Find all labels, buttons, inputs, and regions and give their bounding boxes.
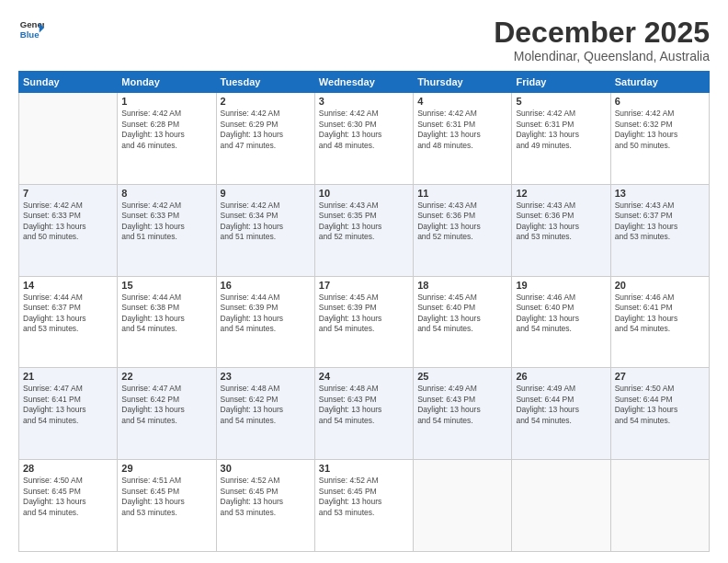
day-info: Sunrise: 4:42 AM Sunset: 6:31 PM Dayligh…: [516, 109, 606, 151]
day-number: 31: [319, 463, 409, 474]
day-info: Sunrise: 4:42 AM Sunset: 6:34 PM Dayligh…: [221, 201, 311, 243]
col-wednesday: Wednesday: [314, 72, 413, 93]
calendar-cell: 12Sunrise: 4:43 AM Sunset: 6:36 PM Dayli…: [512, 184, 610, 276]
day-info: Sunrise: 4:44 AM Sunset: 6:39 PM Dayligh…: [221, 293, 311, 335]
day-number: 8: [121, 188, 211, 199]
day-info: Sunrise: 4:50 AM Sunset: 6:44 PM Dayligh…: [615, 384, 705, 426]
day-number: 25: [417, 371, 507, 382]
logo-icon: General Blue: [18, 17, 44, 42]
calendar-cell: [512, 460, 610, 552]
calendar-cell: 14Sunrise: 4:44 AM Sunset: 6:37 PM Dayli…: [19, 276, 118, 368]
day-info: Sunrise: 4:48 AM Sunset: 6:42 PM Dayligh…: [221, 384, 311, 426]
calendar-header-row: Sunday Monday Tuesday Wednesday Thursday…: [19, 72, 710, 93]
day-number: 23: [221, 371, 311, 382]
page: General Blue December 2025 Molendinar, Q…: [0, 0, 728, 563]
calendar-week-1: 1Sunrise: 4:42 AM Sunset: 6:28 PM Daylig…: [19, 93, 710, 185]
col-friday: Friday: [512, 72, 610, 93]
day-info: Sunrise: 4:44 AM Sunset: 6:37 PM Dayligh…: [23, 293, 113, 335]
day-info: Sunrise: 4:44 AM Sunset: 6:38 PM Dayligh…: [121, 293, 211, 335]
main-title: December 2025: [494, 17, 710, 49]
calendar-cell: 4Sunrise: 4:42 AM Sunset: 6:31 PM Daylig…: [414, 93, 512, 185]
day-number: 15: [121, 280, 211, 291]
calendar-cell: 31Sunrise: 4:52 AM Sunset: 6:45 PM Dayli…: [314, 460, 413, 552]
calendar-cell: 16Sunrise: 4:44 AM Sunset: 6:39 PM Dayli…: [216, 276, 314, 368]
day-number: 17: [319, 280, 409, 291]
day-number: 4: [417, 96, 507, 107]
day-info: Sunrise: 4:47 AM Sunset: 6:41 PM Dayligh…: [23, 384, 113, 426]
day-info: Sunrise: 4:43 AM Sunset: 6:36 PM Dayligh…: [516, 201, 606, 243]
day-number: 1: [121, 96, 211, 107]
calendar-cell: 2Sunrise: 4:42 AM Sunset: 6:29 PM Daylig…: [216, 93, 314, 185]
calendar-cell: 11Sunrise: 4:43 AM Sunset: 6:36 PM Dayli…: [414, 184, 512, 276]
day-number: 3: [319, 96, 409, 107]
day-number: 26: [516, 371, 606, 382]
day-info: Sunrise: 4:43 AM Sunset: 6:36 PM Dayligh…: [417, 201, 507, 243]
calendar-cell: 10Sunrise: 4:43 AM Sunset: 6:35 PM Dayli…: [314, 184, 413, 276]
day-info: Sunrise: 4:42 AM Sunset: 6:30 PM Dayligh…: [319, 109, 409, 151]
calendar-cell: [19, 93, 118, 185]
day-info: Sunrise: 4:42 AM Sunset: 6:29 PM Dayligh…: [221, 109, 311, 151]
calendar-cell: [414, 460, 512, 552]
calendar-cell: 1Sunrise: 4:42 AM Sunset: 6:28 PM Daylig…: [118, 93, 216, 185]
calendar-cell: 5Sunrise: 4:42 AM Sunset: 6:31 PM Daylig…: [512, 93, 610, 185]
day-number: 16: [221, 280, 311, 291]
day-number: 6: [615, 96, 705, 107]
day-number: 30: [221, 463, 311, 474]
day-number: 9: [221, 188, 311, 199]
calendar-cell: 23Sunrise: 4:48 AM Sunset: 6:42 PM Dayli…: [216, 368, 314, 460]
calendar-week-4: 21Sunrise: 4:47 AM Sunset: 6:41 PM Dayli…: [19, 368, 710, 460]
day-info: Sunrise: 4:42 AM Sunset: 6:31 PM Dayligh…: [417, 109, 507, 151]
title-block: December 2025 Molendinar, Queensland, Au…: [494, 17, 710, 63]
day-info: Sunrise: 4:52 AM Sunset: 6:45 PM Dayligh…: [221, 476, 311, 518]
calendar-week-3: 14Sunrise: 4:44 AM Sunset: 6:37 PM Dayli…: [19, 276, 710, 368]
day-number: 19: [516, 280, 606, 291]
logo: General Blue: [18, 17, 44, 42]
calendar-cell: 24Sunrise: 4:48 AM Sunset: 6:43 PM Dayli…: [314, 368, 413, 460]
calendar-cell: 28Sunrise: 4:50 AM Sunset: 6:45 PM Dayli…: [19, 460, 118, 552]
calendar-cell: 27Sunrise: 4:50 AM Sunset: 6:44 PM Dayli…: [610, 368, 709, 460]
day-number: 20: [615, 280, 705, 291]
day-number: 18: [417, 280, 507, 291]
day-number: 27: [615, 371, 705, 382]
day-info: Sunrise: 4:47 AM Sunset: 6:42 PM Dayligh…: [121, 384, 211, 426]
day-info: Sunrise: 4:50 AM Sunset: 6:45 PM Dayligh…: [23, 476, 113, 518]
calendar-cell: 29Sunrise: 4:51 AM Sunset: 6:45 PM Dayli…: [118, 460, 216, 552]
day-info: Sunrise: 4:46 AM Sunset: 6:41 PM Dayligh…: [615, 293, 705, 335]
day-info: Sunrise: 4:48 AM Sunset: 6:43 PM Dayligh…: [319, 384, 409, 426]
col-tuesday: Tuesday: [216, 72, 314, 93]
day-info: Sunrise: 4:49 AM Sunset: 6:43 PM Dayligh…: [417, 384, 507, 426]
calendar-cell: 26Sunrise: 4:49 AM Sunset: 6:44 PM Dayli…: [512, 368, 610, 460]
day-number: 2: [221, 96, 311, 107]
day-info: Sunrise: 4:42 AM Sunset: 6:28 PM Dayligh…: [121, 109, 211, 151]
calendar-cell: 13Sunrise: 4:43 AM Sunset: 6:37 PM Dayli…: [610, 184, 709, 276]
calendar-cell: 25Sunrise: 4:49 AM Sunset: 6:43 PM Dayli…: [414, 368, 512, 460]
day-number: 7: [23, 188, 113, 199]
calendar-cell: 9Sunrise: 4:42 AM Sunset: 6:34 PM Daylig…: [216, 184, 314, 276]
day-number: 11: [417, 188, 507, 199]
calendar-cell: 18Sunrise: 4:45 AM Sunset: 6:40 PM Dayli…: [414, 276, 512, 368]
calendar-cell: 17Sunrise: 4:45 AM Sunset: 6:39 PM Dayli…: [314, 276, 413, 368]
day-number: 12: [516, 188, 606, 199]
calendar-cell: 19Sunrise: 4:46 AM Sunset: 6:40 PM Dayli…: [512, 276, 610, 368]
day-info: Sunrise: 4:52 AM Sunset: 6:45 PM Dayligh…: [319, 476, 409, 518]
calendar-cell: 15Sunrise: 4:44 AM Sunset: 6:38 PM Dayli…: [118, 276, 216, 368]
col-monday: Monday: [118, 72, 216, 93]
calendar-cell: 22Sunrise: 4:47 AM Sunset: 6:42 PM Dayli…: [118, 368, 216, 460]
calendar-cell: 6Sunrise: 4:42 AM Sunset: 6:32 PM Daylig…: [610, 93, 709, 185]
calendar-cell: 8Sunrise: 4:42 AM Sunset: 6:33 PM Daylig…: [118, 184, 216, 276]
subtitle: Molendinar, Queensland, Australia: [494, 49, 710, 63]
day-number: 24: [319, 371, 409, 382]
day-number: 22: [121, 371, 211, 382]
calendar-cell: [610, 460, 709, 552]
day-number: 10: [319, 188, 409, 199]
col-saturday: Saturday: [610, 72, 709, 93]
calendar-cell: 7Sunrise: 4:42 AM Sunset: 6:33 PM Daylig…: [19, 184, 118, 276]
day-info: Sunrise: 4:43 AM Sunset: 6:35 PM Dayligh…: [319, 201, 409, 243]
calendar-cell: 3Sunrise: 4:42 AM Sunset: 6:30 PM Daylig…: [314, 93, 413, 185]
calendar-cell: 21Sunrise: 4:47 AM Sunset: 6:41 PM Dayli…: [19, 368, 118, 460]
day-number: 13: [615, 188, 705, 199]
calendar-week-2: 7Sunrise: 4:42 AM Sunset: 6:33 PM Daylig…: [19, 184, 710, 276]
svg-text:Blue: Blue: [20, 29, 40, 40]
col-sunday: Sunday: [19, 72, 118, 93]
day-info: Sunrise: 4:43 AM Sunset: 6:37 PM Dayligh…: [615, 201, 705, 243]
